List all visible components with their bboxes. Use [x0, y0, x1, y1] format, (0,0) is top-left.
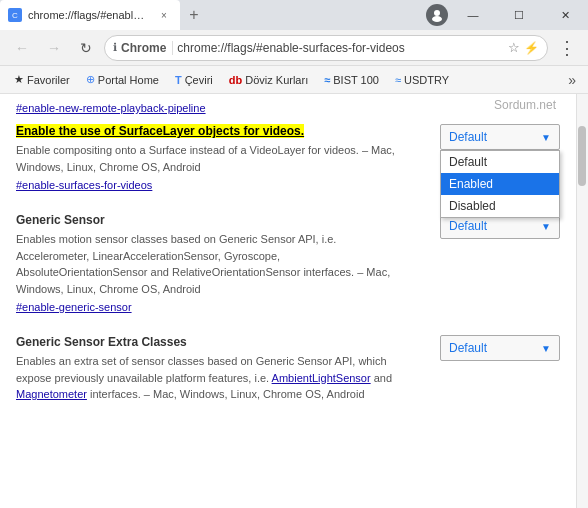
bookmark-doviz[interactable]: db Döviz Kurları — [223, 72, 314, 88]
bookmark-ceviri[interactable]: T Çeviri — [169, 72, 219, 88]
dropdown-arrow-icon: ▼ — [541, 132, 551, 143]
bookmark-label: Portal Home — [98, 74, 159, 86]
flag-title: Generic Sensor Extra Classes — [16, 335, 430, 349]
dropdown-option-enabled[interactable]: Enabled — [441, 173, 559, 195]
top-link[interactable]: #enable-new-remote-playback-pipeline — [16, 102, 560, 114]
flag-title: Generic Sensor — [16, 213, 430, 227]
bookmark-portal-icon: ⊕ — [86, 73, 95, 86]
bookmark-star-icon: ★ — [14, 73, 24, 86]
navigation-bar: ← → ↻ ℹ Chrome chrome://flags/#enable-su… — [0, 30, 588, 66]
flag-title: Enable the use of SurfaceLayer objects f… — [16, 124, 430, 138]
scrollbar[interactable] — [576, 94, 588, 508]
profile-area — [426, 4, 448, 26]
bookmark-label: Favoriler — [27, 74, 70, 86]
dropdown-option-default[interactable]: Default — [441, 151, 559, 173]
flag-description: Enables motion sensor classes based on G… — [16, 231, 396, 297]
more-menu-button[interactable]: ⋮ — [552, 34, 580, 62]
bookmark-usdtry[interactable]: ≈ USDTRY — [389, 72, 455, 88]
title-bar: C chrome://flags/#enable-s... × + — ☐ ✕ — [0, 0, 588, 30]
flag-description: Enable compositing onto a Surface instea… — [16, 142, 396, 175]
flag-entry-generic-sensor-extra: Generic Sensor Extra Classes Enables an … — [16, 335, 560, 407]
bookmark-doviz-icon: db — [229, 74, 242, 86]
dropdown-button[interactable]: Default ▼ — [440, 335, 560, 361]
bookmark-usdtry-icon: ≈ — [395, 74, 401, 86]
minimize-button[interactable]: — — [450, 0, 496, 30]
new-tab-button[interactable]: + — [180, 1, 208, 29]
window-controls: — ☐ ✕ — [450, 0, 588, 30]
bookmark-label: Döviz Kurları — [245, 74, 308, 86]
site-label: Chrome — [121, 41, 173, 55]
watermark: Sordum.net — [494, 98, 556, 112]
flag-row: Generic Sensor Extra Classes Enables an … — [16, 335, 560, 407]
flag-row: Generic Sensor Enables motion sensor cla… — [16, 213, 560, 315]
bookmark-bist[interactable]: ≈ BIST 100 — [318, 72, 385, 88]
bookmark-label: Çeviri — [185, 74, 213, 86]
content-area: Sordum.net #enable-new-remote-playback-p… — [0, 94, 576, 508]
bookmark-label: USDTRY — [404, 74, 449, 86]
tab-title: chrome://flags/#enable-s... — [28, 9, 148, 21]
lock-icon: ℹ — [113, 41, 117, 54]
flag-link[interactable]: #enable-surfaces-for-videos — [16, 179, 430, 191]
flag-link[interactable]: #enable-generic-sensor — [16, 301, 430, 313]
address-bar[interactable]: ℹ Chrome chrome://flags/#enable-surfaces… — [104, 35, 548, 61]
bookmark-favoriler[interactable]: ★ Favoriler — [8, 71, 76, 88]
profile-icon[interactable] — [426, 4, 448, 26]
bookmark-portal-home[interactable]: ⊕ Portal Home — [80, 71, 165, 88]
dropdown-label: Default — [449, 219, 487, 233]
dropdown-label: Default — [449, 130, 487, 144]
magnetometer-link[interactable]: Magnetometer — [16, 388, 87, 400]
dropdown-surfaces[interactable]: Default ▼ Default Enabled Disabled — [440, 124, 560, 150]
active-tab[interactable]: C chrome://flags/#enable-s... × — [0, 0, 180, 30]
dropdown-arrow-icon: ▼ — [541, 221, 551, 232]
bookmark-label: BIST 100 — [333, 74, 379, 86]
flag-left: Generic Sensor Extra Classes Enables an … — [16, 335, 430, 407]
shield-icon: ⚡ — [524, 41, 539, 55]
tab-close-button[interactable]: × — [156, 7, 172, 23]
dropdown-button[interactable]: Default ▼ — [440, 124, 560, 150]
flag-row: Enable the use of SurfaceLayer objects f… — [16, 124, 560, 193]
dropdown-label: Default — [449, 341, 487, 355]
bookmark-star-icon[interactable]: ☆ — [508, 40, 520, 55]
dropdown-menu: Default Enabled Disabled — [440, 150, 560, 218]
main-wrapper: Sordum.net #enable-new-remote-playback-p… — [0, 94, 588, 508]
flag-left: Enable the use of SurfaceLayer objects f… — [16, 124, 430, 193]
refresh-button[interactable]: ↻ — [72, 34, 100, 62]
close-button[interactable]: ✕ — [542, 0, 588, 30]
flag-left: Generic Sensor Enables motion sensor cla… — [16, 213, 430, 315]
tab-strip: C chrome://flags/#enable-s... × + — [0, 0, 208, 30]
dropdown-generic-sensor-extra[interactable]: Default ▼ — [440, 335, 560, 361]
dropdown-option-disabled[interactable]: Disabled — [441, 195, 559, 217]
svg-point-0 — [434, 10, 440, 16]
scrollbar-thumb[interactable] — [578, 126, 586, 186]
bookmarks-bar: ★ Favoriler ⊕ Portal Home T Çeviri db Dö… — [0, 66, 588, 94]
flag-entry-surfaces-for-videos: Enable the use of SurfaceLayer objects f… — [16, 124, 560, 193]
bookmark-translate-icon: T — [175, 74, 182, 86]
url-text: chrome://flags/#enable-surfaces-for-vide… — [177, 41, 504, 55]
dropdown-arrow-icon: ▼ — [541, 343, 551, 354]
flag-description: Enables an extra set of sensor classes b… — [16, 353, 396, 403]
maximize-button[interactable]: ☐ — [496, 0, 542, 30]
flag-title-text: Enable the use of SurfaceLayer objects f… — [16, 124, 304, 138]
ambient-light-sensor-link[interactable]: AmbientLightSensor — [272, 372, 371, 384]
tab-favicon: C — [8, 8, 22, 22]
bookmarks-more-button[interactable]: » — [564, 70, 580, 90]
bookmark-bist-icon: ≈ — [324, 74, 330, 86]
forward-button[interactable]: → — [40, 34, 68, 62]
back-button[interactable]: ← — [8, 34, 36, 62]
flag-entry-generic-sensor: Generic Sensor Enables motion sensor cla… — [16, 213, 560, 315]
svg-point-1 — [432, 16, 442, 22]
